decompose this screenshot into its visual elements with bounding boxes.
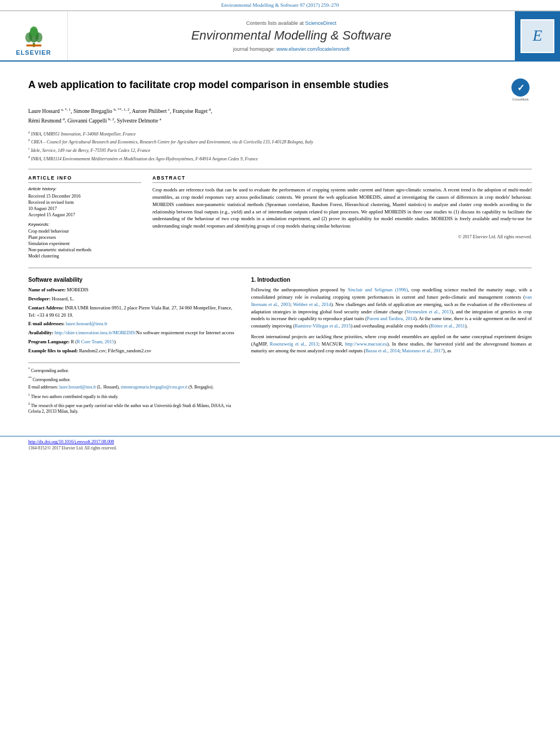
software-availability-column: Software availability Name of software: … bbox=[28, 277, 240, 416]
bottom-bar: http://dx.doi.org/10.1016/j.envsoft.2017… bbox=[0, 436, 560, 453]
elsevier-logo: ELSEVIER bbox=[16, 25, 51, 56]
footnote-2: 2 The research of this paper was partly … bbox=[28, 401, 240, 415]
footnote-email-addresses: E-mail addresses: laure.hossard@inra.fr … bbox=[28, 385, 240, 391]
journal-right-logo: E bbox=[515, 11, 560, 60]
top-journal-bar: Environmental Modelling & Software 97 (2… bbox=[0, 0, 560, 11]
doi-line: http://dx.doi.org/10.1016/j.envsoft.2017… bbox=[28, 439, 532, 444]
history-label: Article history: bbox=[28, 186, 141, 191]
article-content: A web application to facilitate crop mod… bbox=[0, 62, 560, 427]
svg-text:E: E bbox=[532, 27, 542, 44]
journal-title: Environmental Modelling & Software bbox=[191, 28, 392, 43]
crossmark-section: ✓ CrossMark bbox=[509, 78, 532, 101]
divider-2 bbox=[28, 268, 532, 268]
ref-ramirez[interactable]: Ramirez-Villegas et al., 2015 bbox=[295, 323, 351, 329]
ref-macsur[interactable]: http://www.macsur.eu bbox=[345, 341, 387, 347]
abstract-text: Crop models are reference tools that can… bbox=[152, 186, 532, 230]
software-contact: Contact Address: INRA UMR Innovation 095… bbox=[28, 304, 240, 319]
r-core-link[interactable]: R Core Team, 2015 bbox=[77, 339, 114, 344]
history-item-1: Received 15 December 2016 bbox=[28, 194, 141, 199]
history-item-3: 10 August 2017 bbox=[28, 206, 141, 211]
footnotes-section: * Corresponding author. ** Corresponding… bbox=[28, 362, 240, 414]
authors-section: Laure Hossard a, *, 1, Simone Bregaglio … bbox=[28, 107, 532, 125]
elsevier-brand-text: ELSEVIER bbox=[16, 49, 51, 56]
software-example-files: Example files to upload: Random2.csv; Fi… bbox=[28, 347, 240, 355]
author-6: Giovanni Cappelli b, 2 bbox=[67, 118, 114, 124]
divider-1 bbox=[28, 169, 532, 169]
right-logo-image: E bbox=[520, 19, 554, 53]
introduction-column: 1. Introduction Following the anthropomo… bbox=[251, 277, 532, 416]
author-7: Sylvestre Delmotte a bbox=[117, 118, 161, 124]
article-title: A web application to facilitate crop mod… bbox=[28, 78, 501, 91]
keyword-2: Plant processes bbox=[28, 235, 141, 240]
sciencedirect-link[interactable]: ScienceDirect bbox=[305, 20, 337, 26]
info-abstract-section: Article Info Article history: Received 1… bbox=[28, 175, 532, 260]
ref-vermeulen[interactable]: Vermeulen et al., 2013 bbox=[406, 309, 452, 314]
article-info-column: Article Info Article history: Received 1… bbox=[28, 175, 141, 260]
author-4: Françoise Ruget d bbox=[173, 108, 211, 114]
sciencedirect-line: Contents lists available at ScienceDirec… bbox=[246, 20, 336, 26]
affiliations-section: a INRA, UMR951 Innovation, F-34060 Montp… bbox=[28, 130, 532, 163]
article-title-section: A web application to facilitate crop mod… bbox=[28, 73, 532, 101]
keyword-5: Model clustering bbox=[28, 254, 141, 259]
copyright-line: © 2017 Elsevier Ltd. All rights reserved… bbox=[152, 234, 532, 239]
intro-para-1: Following the anthropomorphism proposed … bbox=[251, 286, 532, 330]
body-section: Software availability Name of software: … bbox=[28, 277, 532, 416]
keyword-4: Non-parametric statistical methods bbox=[28, 247, 141, 252]
crossmark-logo: ✓ bbox=[511, 78, 530, 97]
footnote-doublestar: ** Corresponding author. bbox=[28, 375, 240, 383]
svg-rect-5 bbox=[26, 45, 41, 47]
software-email: E-mail addresses: laure.hossard@inra.fr bbox=[28, 320, 240, 327]
crossmark-label: CrossMark bbox=[512, 98, 528, 101]
footnote-email-2[interactable]: simoneugomaria.bregaglio@crea.gov.it bbox=[121, 385, 187, 390]
keyword-1: Crop model behaviour bbox=[28, 229, 141, 234]
author-3: Aurore Philibert c bbox=[132, 108, 170, 114]
keywords-label: Keywords: bbox=[28, 222, 141, 227]
ref-bassu[interactable]: Bassu et al., 2014 bbox=[365, 348, 399, 353]
keywords-section: Keywords: Crop model behaviour Plant pro… bbox=[28, 222, 141, 259]
journal-header: ELSEVIER Contents lists available at Sci… bbox=[0, 11, 560, 62]
svg-point-4 bbox=[29, 27, 37, 37]
footnote-1: 1 These two authors contributed equally … bbox=[28, 392, 240, 400]
author-1: Laure Hossard a, *, 1 bbox=[28, 108, 71, 114]
intro-para-2: Recent international projects are tackli… bbox=[251, 333, 532, 355]
email-link[interactable]: laure.hossard@inra.fr bbox=[65, 321, 107, 326]
journal-homepage-line: journal homepage: www.elsevier.com/locat… bbox=[233, 46, 350, 52]
ref-maiorano[interactable]: Maiorano et al., 2017 bbox=[402, 348, 443, 353]
elsevier-logo-section: ELSEVIER bbox=[0, 11, 68, 60]
history-item-2: Received in revised form bbox=[28, 200, 141, 205]
author-5: Rémi Resmond d bbox=[28, 118, 65, 124]
software-availability: Availability: http://shin-r.innovation.i… bbox=[28, 329, 240, 337]
ref-rosenzweig[interactable]: Rosenzweig et al., 2013 bbox=[270, 341, 318, 347]
software-language: Program Language: R (R Core Team, 2015) bbox=[28, 338, 240, 346]
abstract-column: Abstract Crop models are reference tools… bbox=[152, 175, 532, 260]
elsevier-tree-icon bbox=[20, 25, 48, 48]
ref-parent[interactable]: Parent and Tardieu, 2014 bbox=[367, 316, 415, 321]
footnote-email-1[interactable]: laure.hossard@inra.fr bbox=[59, 385, 96, 390]
right-logo-svg: E bbox=[520, 19, 554, 53]
author-2: Simone Bregaglio b, **, 1, 2 bbox=[73, 108, 129, 114]
journal-center-info: Contents lists available at ScienceDirec… bbox=[68, 11, 515, 60]
ref-webber[interactable]: Webber et al., 2014 bbox=[293, 302, 331, 307]
software-developer: Developer: Hossard, L. bbox=[28, 295, 240, 303]
history-item-4: Accepted 15 August 2017 bbox=[28, 212, 141, 217]
journal-homepage-link[interactable]: www.elsevier.com/locate/envsoft bbox=[277, 46, 350, 52]
affil-4: d INRA, UMR1114 Environnement Méditerran… bbox=[28, 155, 532, 163]
journal-volume-ref: Environmental Modelling & Software 97 (2… bbox=[221, 2, 339, 8]
doi-link[interactable]: http://dx.doi.org/10.1016/j.envsoft.2017… bbox=[28, 439, 114, 444]
article-info-heading: Article Info bbox=[28, 175, 141, 183]
abstract-heading: Abstract bbox=[152, 175, 532, 183]
ref-sinclair[interactable]: Sinclair and Seligman (1996) bbox=[348, 287, 408, 292]
ref-rotter[interactable]: Rötter et al., 2011 bbox=[431, 323, 465, 329]
software-name: Name of software: MOBEDIS bbox=[28, 286, 240, 294]
footnote-star: * Corresponding author. bbox=[28, 366, 240, 374]
keyword-3: Simulation experiment bbox=[28, 241, 141, 246]
software-heading: Software availability bbox=[28, 277, 240, 283]
affil-2: b CREA – Council for Agricultural Resear… bbox=[28, 138, 532, 146]
issn-line: 1364-8152/© 2017 Elsevier Ltd. All right… bbox=[28, 445, 532, 451]
availability-link[interactable]: http://shin-r.innovation.inra.fr/MOBEDIS… bbox=[55, 330, 136, 335]
affil-3: c Idele, Service, 149 rue de Bercy, F-75… bbox=[28, 146, 532, 154]
intro-heading: 1. Introduction bbox=[251, 277, 532, 283]
affil-1: a INRA, UMR951 Innovation, F-34060 Montp… bbox=[28, 130, 532, 138]
